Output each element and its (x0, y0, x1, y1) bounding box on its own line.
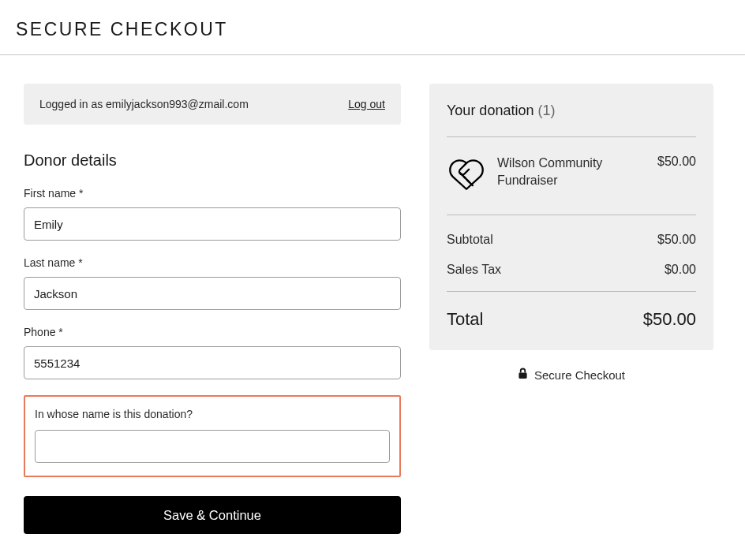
total-row: Total $50.00 (447, 292, 696, 330)
page-header: SECURE CHECKOUT (0, 0, 745, 55)
lock-icon (518, 368, 528, 382)
logout-link[interactable]: Log out (348, 98, 385, 110)
last-name-label: Last name * (24, 256, 401, 269)
phone-field[interactable] (24, 346, 401, 379)
login-email: emilyjackson993@zmail.com (106, 98, 249, 110)
dedication-highlight-box: In whose name is this donation? (24, 395, 401, 477)
summary-count: (1) (537, 103, 555, 118)
svg-rect-0 (519, 373, 526, 379)
dedication-field[interactable] (35, 430, 390, 463)
donation-item-name: Wilson Community Fundraiser (497, 155, 646, 190)
login-prefix: Logged in as (39, 98, 106, 110)
logged-in-text: Logged in as emilyjackson993@zmail.com (39, 98, 249, 110)
tax-row: Sales Tax $0.00 (447, 255, 696, 285)
handshake-heart-icon (447, 155, 486, 197)
total-label: Total (447, 309, 483, 330)
secure-checkout-line: Secure Checkout (429, 368, 713, 382)
subtotal-row: Subtotal $50.00 (447, 225, 696, 255)
subtotal-label: Subtotal (447, 233, 493, 247)
first-name-label: First name * (24, 187, 401, 200)
donation-item-row: Wilson Community Fundraiser $50.00 (447, 137, 696, 215)
first-name-field[interactable] (24, 207, 401, 241)
summary-title-text: Your donation (447, 103, 533, 118)
login-status-bar: Logged in as emilyjackson993@zmail.com L… (24, 84, 401, 125)
dedication-label: In whose name is this donation? (35, 408, 390, 420)
phone-label: Phone * (24, 326, 401, 338)
summary-heading: Your donation (1) (447, 103, 696, 137)
donation-summary: Your donation (1) Wilson Community Fun (429, 84, 713, 350)
total-value: $50.00 (643, 309, 696, 330)
last-name-field[interactable] (24, 277, 401, 310)
subtotal-value: $50.00 (657, 233, 696, 247)
tax-value: $0.00 (665, 263, 696, 277)
tax-label: Sales Tax (447, 263, 501, 277)
donor-details-heading: Donor details (24, 151, 401, 170)
save-continue-button[interactable]: Save & Continue (24, 496, 401, 534)
donation-item-price: $50.00 (657, 155, 696, 169)
page-title: SECURE CHECKOUT (16, 19, 729, 40)
secure-checkout-label: Secure Checkout (534, 368, 625, 382)
